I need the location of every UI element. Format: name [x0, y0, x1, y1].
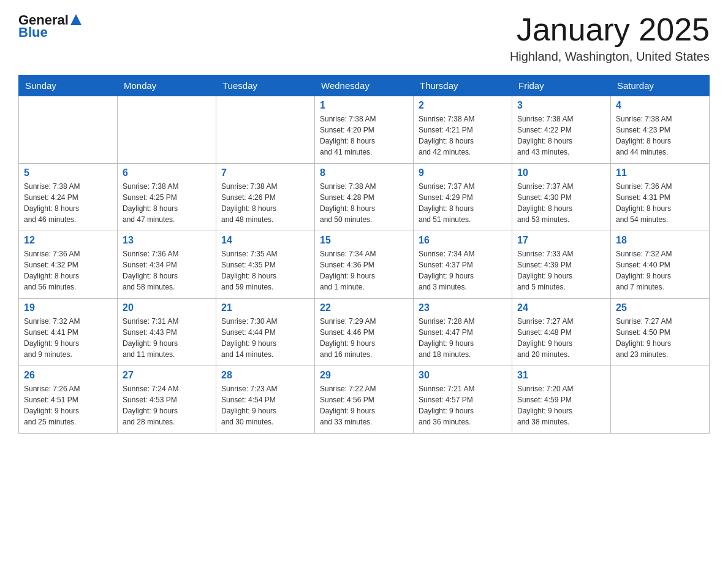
- day-number: 27: [123, 370, 211, 381]
- page-header: General Blue January 2025 Highland, Wash…: [18, 12, 710, 64]
- calendar-title: January 2025: [510, 12, 710, 47]
- day-info: Sunrise: 7:36 AM Sunset: 4:32 PM Dayligh…: [24, 248, 112, 293]
- day-cell-14: 14Sunrise: 7:35 AM Sunset: 4:35 PM Dayli…: [216, 231, 315, 299]
- logo-blue-text: Blue: [18, 25, 48, 40]
- day-cell-27: 27Sunrise: 7:24 AM Sunset: 4:53 PM Dayli…: [118, 366, 216, 434]
- day-info: Sunrise: 7:38 AM Sunset: 4:24 PM Dayligh…: [24, 181, 112, 225]
- calendar-header: SundayMondayTuesdayWednesdayThursdayFrid…: [19, 75, 710, 96]
- calendar-table: SundayMondayTuesdayWednesdayThursdayFrid…: [18, 75, 710, 434]
- calendar-subtitle: Highland, Washington, United States: [510, 50, 710, 64]
- day-cell-9: 9Sunrise: 7:37 AM Sunset: 4:29 PM Daylig…: [414, 164, 512, 231]
- empty-cell: [118, 96, 216, 164]
- day-info: Sunrise: 7:37 AM Sunset: 4:29 PM Dayligh…: [419, 181, 507, 225]
- day-cell-1: 1Sunrise: 7:38 AM Sunset: 4:20 PM Daylig…: [315, 96, 414, 164]
- day-cell-24: 24Sunrise: 7:27 AM Sunset: 4:48 PM Dayli…: [512, 299, 611, 366]
- day-cell-12: 12Sunrise: 7:36 AM Sunset: 4:32 PM Dayli…: [19, 231, 118, 299]
- week-row-1: 1Sunrise: 7:38 AM Sunset: 4:20 PM Daylig…: [19, 96, 710, 164]
- day-number: 12: [24, 235, 112, 246]
- day-number: 5: [24, 167, 112, 178]
- day-cell-21: 21Sunrise: 7:30 AM Sunset: 4:44 PM Dayli…: [216, 299, 315, 366]
- day-number: 31: [517, 370, 605, 381]
- day-number: 30: [419, 370, 507, 381]
- day-cell-31: 31Sunrise: 7:20 AM Sunset: 4:59 PM Dayli…: [512, 366, 611, 434]
- day-cell-19: 19Sunrise: 7:32 AM Sunset: 4:41 PM Dayli…: [19, 299, 118, 366]
- day-cell-18: 18Sunrise: 7:32 AM Sunset: 4:40 PM Dayli…: [611, 231, 710, 299]
- day-info: Sunrise: 7:32 AM Sunset: 4:41 PM Dayligh…: [24, 316, 112, 360]
- day-cell-8: 8Sunrise: 7:38 AM Sunset: 4:28 PM Daylig…: [315, 164, 414, 231]
- day-info: Sunrise: 7:37 AM Sunset: 4:30 PM Dayligh…: [517, 181, 605, 225]
- day-cell-6: 6Sunrise: 7:38 AM Sunset: 4:25 PM Daylig…: [118, 164, 216, 231]
- day-info: Sunrise: 7:34 AM Sunset: 4:36 PM Dayligh…: [320, 248, 408, 293]
- day-cell-2: 2Sunrise: 7:38 AM Sunset: 4:21 PM Daylig…: [414, 96, 512, 164]
- header-right: January 2025 Highland, Washington, Unite…: [510, 12, 710, 64]
- day-number: 23: [419, 302, 507, 313]
- logo: General Blue: [18, 12, 82, 40]
- day-number: 14: [221, 235, 309, 246]
- day-info: Sunrise: 7:27 AM Sunset: 4:50 PM Dayligh…: [616, 316, 704, 360]
- day-cell-25: 25Sunrise: 7:27 AM Sunset: 4:50 PM Dayli…: [611, 299, 710, 366]
- day-number: 1: [320, 100, 408, 111]
- day-number: 10: [517, 167, 605, 178]
- day-number: 28: [221, 370, 309, 381]
- header-day-monday: Monday: [118, 75, 216, 96]
- logo-triangle-icon: [70, 14, 82, 25]
- day-info: Sunrise: 7:38 AM Sunset: 4:20 PM Dayligh…: [320, 113, 408, 158]
- day-cell-11: 11Sunrise: 7:36 AM Sunset: 4:31 PM Dayli…: [611, 164, 710, 231]
- header-day-saturday: Saturday: [611, 75, 710, 96]
- day-cell-28: 28Sunrise: 7:23 AM Sunset: 4:54 PM Dayli…: [216, 366, 315, 434]
- day-info: Sunrise: 7:36 AM Sunset: 4:34 PM Dayligh…: [123, 248, 211, 293]
- day-info: Sunrise: 7:36 AM Sunset: 4:31 PM Dayligh…: [616, 181, 704, 225]
- day-number: 29: [320, 370, 408, 381]
- header-day-wednesday: Wednesday: [315, 75, 414, 96]
- empty-cell: [611, 366, 710, 434]
- day-info: Sunrise: 7:21 AM Sunset: 4:57 PM Dayligh…: [419, 383, 507, 427]
- day-number: 6: [123, 167, 211, 178]
- day-info: Sunrise: 7:35 AM Sunset: 4:35 PM Dayligh…: [221, 248, 309, 293]
- day-cell-15: 15Sunrise: 7:34 AM Sunset: 4:36 PM Dayli…: [315, 231, 414, 299]
- header-row: SundayMondayTuesdayWednesdayThursdayFrid…: [19, 75, 710, 96]
- calendar-body: 1Sunrise: 7:38 AM Sunset: 4:20 PM Daylig…: [19, 96, 710, 434]
- header-day-sunday: Sunday: [19, 75, 118, 96]
- day-info: Sunrise: 7:26 AM Sunset: 4:51 PM Dayligh…: [24, 383, 112, 427]
- day-cell-4: 4Sunrise: 7:38 AM Sunset: 4:23 PM Daylig…: [611, 96, 710, 164]
- day-cell-20: 20Sunrise: 7:31 AM Sunset: 4:43 PM Dayli…: [118, 299, 216, 366]
- header-day-thursday: Thursday: [414, 75, 512, 96]
- day-number: 7: [221, 167, 309, 178]
- day-cell-17: 17Sunrise: 7:33 AM Sunset: 4:39 PM Dayli…: [512, 231, 611, 299]
- day-cell-29: 29Sunrise: 7:22 AM Sunset: 4:56 PM Dayli…: [315, 366, 414, 434]
- day-cell-23: 23Sunrise: 7:28 AM Sunset: 4:47 PM Dayli…: [414, 299, 512, 366]
- day-info: Sunrise: 7:33 AM Sunset: 4:39 PM Dayligh…: [517, 248, 605, 293]
- day-number: 24: [517, 302, 605, 313]
- day-info: Sunrise: 7:30 AM Sunset: 4:44 PM Dayligh…: [221, 316, 309, 360]
- day-info: Sunrise: 7:38 AM Sunset: 4:21 PM Dayligh…: [419, 113, 507, 158]
- day-number: 26: [24, 370, 112, 381]
- day-info: Sunrise: 7:38 AM Sunset: 4:26 PM Dayligh…: [221, 181, 309, 225]
- day-cell-26: 26Sunrise: 7:26 AM Sunset: 4:51 PM Dayli…: [19, 366, 118, 434]
- day-number: 16: [419, 235, 507, 246]
- day-number: 15: [320, 235, 408, 246]
- svg-marker-0: [70, 14, 82, 25]
- day-number: 21: [221, 302, 309, 313]
- day-cell-22: 22Sunrise: 7:29 AM Sunset: 4:46 PM Dayli…: [315, 299, 414, 366]
- day-number: 17: [517, 235, 605, 246]
- day-info: Sunrise: 7:24 AM Sunset: 4:53 PM Dayligh…: [123, 383, 211, 427]
- day-info: Sunrise: 7:38 AM Sunset: 4:28 PM Dayligh…: [320, 181, 408, 225]
- day-info: Sunrise: 7:27 AM Sunset: 4:48 PM Dayligh…: [517, 316, 605, 360]
- day-cell-7: 7Sunrise: 7:38 AM Sunset: 4:26 PM Daylig…: [216, 164, 315, 231]
- empty-cell: [19, 96, 118, 164]
- day-info: Sunrise: 7:20 AM Sunset: 4:59 PM Dayligh…: [517, 383, 605, 427]
- header-day-friday: Friday: [512, 75, 611, 96]
- day-number: 9: [419, 167, 507, 178]
- day-number: 2: [419, 100, 507, 111]
- day-number: 22: [320, 302, 408, 313]
- day-number: 19: [24, 302, 112, 313]
- day-number: 3: [517, 100, 605, 111]
- day-number: 18: [616, 235, 704, 246]
- header-day-tuesday: Tuesday: [216, 75, 315, 96]
- day-number: 25: [616, 302, 704, 313]
- day-info: Sunrise: 7:38 AM Sunset: 4:22 PM Dayligh…: [517, 113, 605, 158]
- day-info: Sunrise: 7:22 AM Sunset: 4:56 PM Dayligh…: [320, 383, 408, 427]
- day-cell-5: 5Sunrise: 7:38 AM Sunset: 4:24 PM Daylig…: [19, 164, 118, 231]
- day-number: 8: [320, 167, 408, 178]
- day-info: Sunrise: 7:31 AM Sunset: 4:43 PM Dayligh…: [123, 316, 211, 360]
